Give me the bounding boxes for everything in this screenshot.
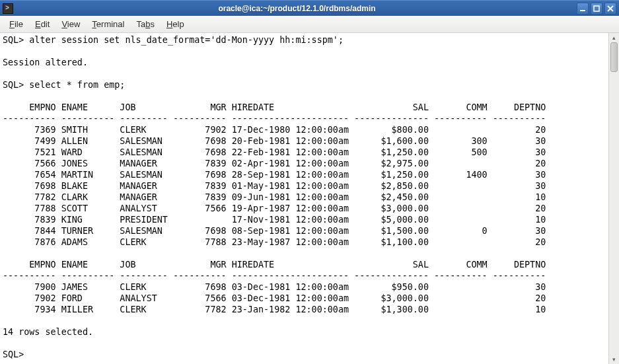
svg-rect-1: [594, 6, 599, 11]
scroll-thumb[interactable]: [610, 42, 618, 72]
menu-view[interactable]: View: [56, 17, 85, 31]
titlebar: oracle@ica:~/product/12.1.0/rdbms/admin: [0, 0, 619, 16]
menu-edit[interactable]: Edit: [30, 17, 55, 31]
minimize-button[interactable]: [577, 3, 589, 15]
terminal-app-icon: [3, 3, 13, 14]
scroll-up-icon[interactable]: ▴: [609, 33, 619, 42]
menu-help[interactable]: Help: [161, 17, 190, 31]
menubar: File Edit View Terminal Tabs Help: [0, 16, 619, 33]
window-title: oracle@ica:~/product/12.1.0/rdbms/admin: [17, 4, 577, 13]
menu-file[interactable]: File: [4, 17, 28, 31]
menu-terminal[interactable]: Terminal: [87, 17, 129, 31]
scroll-down-icon[interactable]: ▾: [609, 355, 619, 364]
close-icon: [607, 5, 614, 12]
menu-tabs[interactable]: Tabs: [131, 17, 159, 31]
close-button[interactable]: [604, 3, 616, 15]
minimize-icon: [579, 5, 586, 12]
terminal-output[interactable]: SQL> alter session set nls_date_format='…: [0, 33, 608, 364]
terminal-container: SQL> alter session set nls_date_format='…: [0, 33, 619, 364]
scrollbar[interactable]: ▴ ▾: [608, 33, 619, 364]
maximize-button[interactable]: [591, 3, 602, 15]
maximize-icon: [593, 5, 600, 12]
window-controls: [577, 3, 616, 15]
